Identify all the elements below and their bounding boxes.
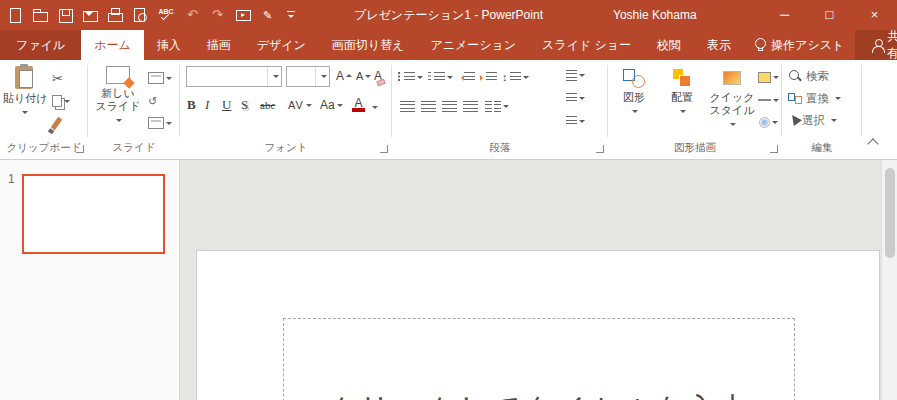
quick-styles-button[interactable]: クイック スタイル (708, 68, 756, 129)
grow-font-button[interactable]: A (336, 66, 352, 86)
ribbon-group-clipboard: 貼り付け ✂ クリップボード (0, 60, 88, 159)
numbering-button[interactable] (428, 67, 453, 87)
shapes-icon (622, 68, 646, 88)
convert-smartart-dropdown-icon (579, 120, 585, 126)
font-dialog-launcher-icon[interactable] (380, 145, 388, 153)
maximize-button[interactable]: □ (807, 0, 852, 30)
justify-button[interactable] (461, 96, 478, 116)
select-label: 選択 (802, 113, 825, 128)
font-size-dropdown-icon (321, 75, 327, 81)
replace-button[interactable]: 置換 (788, 88, 841, 108)
vertical-scrollbar[interactable] (881, 160, 897, 400)
layout-button[interactable] (148, 68, 172, 88)
signed-in-user[interactable]: Yoshie Kohama (613, 0, 697, 30)
change-case-label: Aa (320, 98, 335, 112)
character-spacing-button[interactable]: AV (288, 94, 312, 116)
arrange-icon (671, 68, 693, 88)
tab-file[interactable]: ファイル (0, 30, 81, 60)
font-color-dropdown-icon[interactable] (372, 106, 378, 112)
strikethrough-button[interactable]: abc (260, 94, 275, 116)
tab-transitions[interactable]: 画面切り替え (319, 30, 418, 60)
increase-indent-button[interactable] (480, 67, 497, 87)
tab-draw[interactable]: 描画 (194, 30, 244, 60)
save-icon[interactable] (57, 7, 72, 23)
collapse-ribbon-icon[interactable] (865, 135, 881, 149)
tab-design[interactable]: デザイン (244, 30, 319, 60)
open-file-icon[interactable] (32, 7, 47, 23)
bold-label: B (187, 97, 196, 113)
tab-home[interactable]: ホーム (81, 30, 144, 60)
convert-smartart-button[interactable] (560, 111, 585, 131)
paste-button[interactable]: 貼り付け (3, 66, 45, 117)
columns-icon-right (493, 101, 501, 112)
clipboard-dialog-launcher-icon[interactable] (76, 145, 84, 153)
paragraph-dialog-launcher-icon[interactable] (596, 145, 604, 153)
shape-effects-button[interactable] (759, 112, 778, 132)
new-slide-icon (106, 66, 130, 84)
copy-icon (52, 95, 62, 107)
shape-outline-dropdown-icon (773, 99, 779, 105)
slide-editing-surface[interactable]: クリックしてタイトルを入力 (196, 250, 880, 400)
tab-insert[interactable]: 挿入 (144, 30, 194, 60)
align-text-button[interactable] (560, 88, 585, 108)
scrollbar-thumb[interactable] (885, 168, 895, 258)
shape-outline-button[interactable] (758, 90, 779, 110)
font-name-combo[interactable] (186, 66, 282, 87)
format-painter-button[interactable] (54, 113, 59, 133)
new-slide-label-2: スライド (94, 100, 142, 113)
arrange-button[interactable]: 配置 (660, 68, 704, 116)
title-placeholder-text[interactable]: クリックしてタイトルを入力 (284, 389, 794, 400)
clear-formatting-button[interactable]: A (374, 66, 382, 86)
align-text-icon (560, 93, 577, 104)
shapes-button[interactable]: 図形 (612, 68, 656, 116)
tab-animations[interactable]: アニメーション (417, 30, 529, 60)
section-dropdown-icon (166, 122, 172, 128)
close-button[interactable]: × (852, 0, 897, 30)
font-size-dropdown[interactable] (315, 67, 329, 86)
bold-button[interactable]: B (187, 94, 196, 116)
line-spacing-button[interactable]: ↕ (502, 67, 529, 87)
align-center-button[interactable] (419, 96, 436, 116)
select-button[interactable]: 選択 (788, 110, 837, 130)
bullets-button[interactable] (398, 67, 423, 87)
find-button[interactable]: 検索 (788, 66, 829, 86)
drawing-dialog-launcher-icon[interactable] (770, 145, 778, 153)
share-button[interactable]: 共有 (855, 30, 897, 60)
columns-button[interactable] (484, 96, 509, 116)
reset-button[interactable]: ↺ (148, 91, 157, 111)
quick-styles-icon (721, 68, 743, 88)
decrease-indent-button[interactable] (458, 67, 475, 87)
text-direction-button[interactable] (560, 65, 585, 85)
change-case-button[interactable]: Aa (320, 94, 343, 116)
new-file-icon[interactable] (7, 7, 22, 23)
tab-review[interactable]: 校閲 (644, 30, 694, 60)
shrink-font-button[interactable]: A (356, 66, 371, 86)
minimize-button[interactable]: ─ (762, 0, 807, 30)
align-left-button[interactable] (398, 96, 415, 116)
font-name-dropdown[interactable] (267, 67, 281, 86)
editing-canvas: クリックしてタイトルを入力 (180, 160, 897, 400)
font-color-button[interactable]: A (352, 94, 365, 116)
align-center-icon (419, 101, 436, 112)
find-label: 検索 (806, 69, 829, 84)
align-right-button[interactable] (440, 96, 457, 116)
font-size-combo[interactable] (286, 66, 330, 87)
new-slide-dropdown-icon (116, 119, 122, 125)
italic-button[interactable]: I (205, 94, 209, 116)
cut-button[interactable]: ✂ (52, 68, 63, 88)
title-placeholder[interactable]: クリックしてタイトルを入力 (283, 318, 795, 400)
shape-fill-button[interactable] (758, 67, 779, 87)
copy-button[interactable] (52, 91, 70, 111)
tab-view[interactable]: 表示 (694, 30, 744, 60)
slide-thumbnail-1[interactable] (22, 174, 165, 254)
tab-slide-show[interactable]: スライド ショー (529, 30, 644, 60)
text-shadow-button[interactable]: S (241, 94, 248, 116)
underline-button[interactable]: U (222, 94, 231, 116)
shrink-font-label: A (356, 70, 363, 82)
decrease-indent-icon (458, 72, 475, 83)
new-slide-button[interactable]: 新しい スライド (94, 66, 142, 125)
grow-font-label: A (336, 69, 344, 83)
replace-label: 置換 (806, 91, 829, 106)
tell-me-box[interactable]: 操作アシスト (744, 30, 855, 60)
section-button[interactable] (148, 113, 172, 133)
